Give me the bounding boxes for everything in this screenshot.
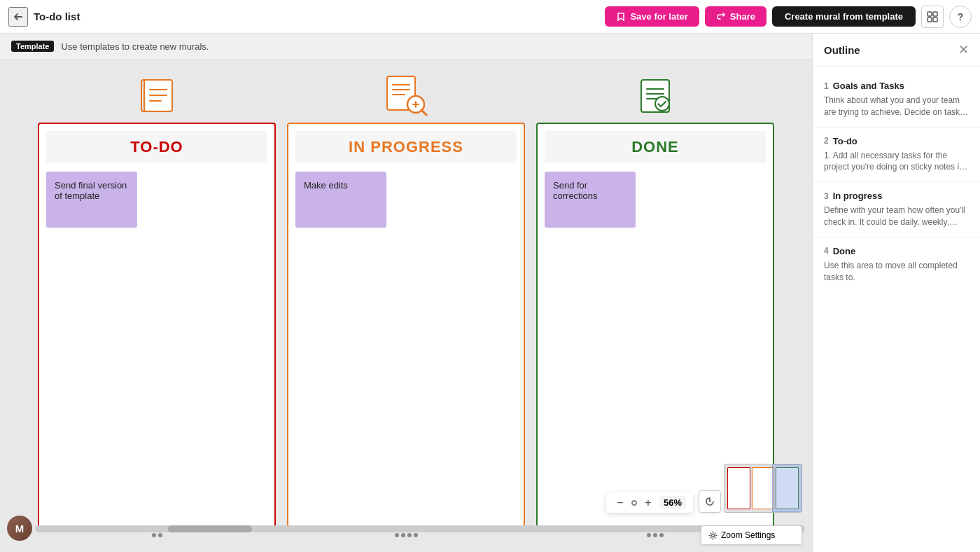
- dot: [653, 533, 657, 537]
- template-badge: Template: [11, 41, 54, 52]
- share-icon: [716, 12, 726, 22]
- svg-rect-2: [927, 18, 932, 22]
- outline-item-inprogress-desc: Define with your team how often you'll c…: [824, 205, 969, 228]
- todo-column[interactable]: TO-DO Send final version of template: [38, 123, 276, 529]
- outline-item-inprogress[interactable]: 3 In progress Define with your team how …: [813, 182, 980, 237]
- mini-inprogress-col: [752, 467, 775, 509]
- header: To-do list Save for later Share Create m…: [0, 0, 980, 34]
- dot: [152, 533, 156, 537]
- template-banner: Template Use templates to create new mur…: [0, 34, 812, 60]
- done-dots: [647, 533, 664, 537]
- dot: [401, 533, 405, 537]
- outline-item-goals[interactable]: 1 Goals and Tasks Think about what you a…: [813, 72, 980, 127]
- header-actions: Save for later Share Create mural from t…: [605, 6, 972, 28]
- mini-map-viewport: [772, 464, 802, 512]
- zoom-dot: [631, 500, 637, 506]
- zoom-percent: 56%: [659, 496, 686, 509]
- done-header: DONE: [545, 131, 766, 163]
- canvas-area: Template Use templates to create new mur…: [0, 34, 812, 552]
- sidebar-title: Outline: [824, 44, 860, 56]
- sticky-send-corrections[interactable]: Send for corrections: [545, 172, 636, 228]
- mini-map: [724, 464, 802, 513]
- todo-column-wrapper: TO-DO Send final version of template: [38, 123, 276, 537]
- bookmark-icon: [616, 12, 626, 22]
- dot: [407, 533, 412, 537]
- inprogress-icon: [287, 74, 525, 116]
- dot: [414, 533, 418, 537]
- zoom-settings-button[interactable]: Zoom Settings: [701, 525, 802, 545]
- done-icon: [536, 77, 774, 116]
- share-button[interactable]: Share: [705, 6, 766, 27]
- sticky-make-edits[interactable]: Make edits: [295, 172, 386, 228]
- dot: [659, 533, 664, 537]
- outline-item-inprogress-header: 3 In progress: [824, 191, 969, 201]
- column-icons-row: [38, 74, 774, 116]
- sidebar-close-button[interactable]: ✕: [958, 42, 969, 57]
- outline-item-done[interactable]: 4 Done Use this area to move all complet…: [813, 237, 980, 292]
- page-title: To-do list: [34, 11, 605, 22]
- svg-rect-1: [933, 12, 937, 16]
- save-for-later-button[interactable]: Save for later: [605, 6, 699, 27]
- kanban-board: TO-DO Send final version of template: [38, 123, 774, 537]
- svg-point-24: [712, 534, 715, 537]
- svg-rect-3: [933, 18, 937, 22]
- sticky-send-final[interactable]: Send final version of template: [46, 172, 137, 228]
- inprogress-column-wrapper: IN PROGRESS Make edits: [287, 123, 525, 537]
- horizontal-scrollbar[interactable]: [35, 525, 805, 532]
- zoom-controls: − + 56%: [606, 492, 693, 513]
- svg-rect-0: [927, 12, 932, 16]
- grid-icon: [927, 11, 938, 22]
- todo-dots: [152, 533, 162, 537]
- sidebar-header: Outline ✕: [813, 34, 980, 67]
- inprogress-header: IN PROGRESS: [295, 131, 517, 163]
- user-avatar[interactable]: M: [7, 516, 32, 541]
- outline-item-todo-header: 2 To-do: [824, 136, 969, 146]
- reset-view-button[interactable]: [699, 490, 721, 513]
- outline-item-done-header: 4 Done: [824, 246, 969, 256]
- outline-items-list: 1 Goals and Tasks Think about what you a…: [813, 67, 980, 552]
- mini-todo-col: [727, 467, 750, 509]
- template-description: Use templates to create new murals.: [61, 41, 209, 52]
- power-icon: [704, 496, 715, 507]
- outline-sidebar: Outline ✕ 1 Goals and Tasks Think about …: [812, 34, 980, 552]
- scrollbar-thumb[interactable]: [168, 525, 252, 532]
- todo-header: TO-DO: [46, 131, 267, 163]
- zoom-settings-label: Zoom Settings: [721, 530, 775, 540]
- grid-view-button[interactable]: [921, 6, 944, 28]
- create-mural-button[interactable]: Create mural from template: [772, 6, 916, 27]
- dot: [647, 533, 651, 537]
- zoom-out-button[interactable]: −: [613, 497, 627, 509]
- svg-line-14: [421, 110, 427, 116]
- svg-point-21: [655, 97, 669, 111]
- inprogress-column[interactable]: IN PROGRESS Make edits: [287, 123, 525, 529]
- outline-item-goals-header: 1 Goals and Tasks: [824, 81, 969, 91]
- body: Template Use templates to create new mur…: [0, 34, 980, 552]
- dot: [158, 533, 162, 537]
- back-button[interactable]: [8, 7, 28, 27]
- mini-map-inner: [724, 464, 802, 512]
- inprogress-dots: [395, 533, 418, 537]
- outline-item-todo[interactable]: 2 To-do 1. Add all necessary tasks for t…: [813, 127, 980, 183]
- outline-item-todo-desc: 1. Add all necessary tasks for the proje…: [824, 150, 969, 174]
- gear-icon: [708, 531, 718, 540]
- todo-icon: [38, 77, 276, 116]
- canvas-content[interactable]: TO-DO Send final version of template: [0, 60, 812, 552]
- outline-item-done-desc: Use this area to move all completed task…: [824, 260, 969, 284]
- zoom-in-button[interactable]: +: [641, 497, 655, 509]
- help-button[interactable]: ?: [949, 6, 972, 28]
- outline-item-goals-desc: Think about what you and your team are t…: [824, 95, 969, 118]
- dot: [395, 533, 399, 537]
